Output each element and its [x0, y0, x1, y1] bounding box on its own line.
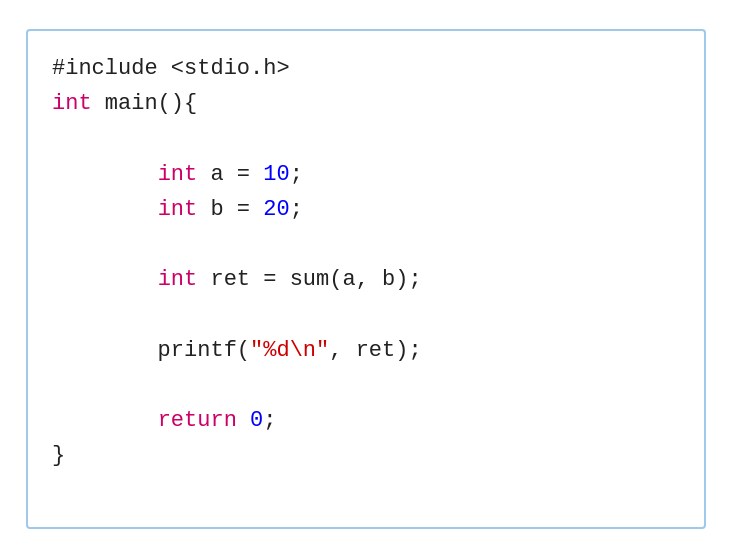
code-token: }: [52, 443, 65, 468]
code-line-line10: [52, 368, 680, 403]
code-token: 20: [263, 197, 289, 222]
code-token: #include <stdio.h>: [52, 56, 290, 81]
code-line-line7: int ret = sum(a, b);: [52, 262, 680, 297]
code-token: b =: [197, 197, 263, 222]
code-token: int: [52, 91, 92, 116]
code-token: 10: [263, 162, 289, 187]
code-line-line4: int a = 10;: [52, 157, 680, 192]
code-token: [52, 408, 158, 433]
code-token: 0: [250, 408, 263, 433]
code-line-line8: [52, 297, 680, 332]
code-line-line3: [52, 121, 680, 156]
code-token: main(){: [92, 91, 198, 116]
code-token: [52, 267, 158, 292]
code-line-line11: return 0;: [52, 403, 680, 438]
code-token: int: [158, 197, 198, 222]
code-token: int: [158, 267, 198, 292]
code-token: , ret);: [329, 338, 421, 363]
code-token: ;: [290, 197, 303, 222]
code-token: [237, 408, 250, 433]
code-token: [52, 162, 158, 187]
code-line-line2: int main(){: [52, 86, 680, 121]
code-line-line1: #include <stdio.h>: [52, 51, 680, 86]
code-token: ret = sum(a, b);: [197, 267, 421, 292]
code-token: [52, 197, 158, 222]
code-block: #include <stdio.h>int main(){ int a = 10…: [52, 51, 680, 473]
code-token: ;: [290, 162, 303, 187]
code-token: ;: [263, 408, 276, 433]
code-token: return: [158, 408, 237, 433]
code-container: #include <stdio.h>int main(){ int a = 10…: [26, 29, 706, 529]
code-token: printf(: [52, 338, 250, 363]
code-token: int: [158, 162, 198, 187]
code-line-line9: printf("%d\n", ret);: [52, 333, 680, 368]
code-line-line6: [52, 227, 680, 262]
code-line-line5: int b = 20;: [52, 192, 680, 227]
code-token: "%d\n": [250, 338, 329, 363]
code-line-line12: }: [52, 438, 680, 473]
code-token: a =: [197, 162, 263, 187]
